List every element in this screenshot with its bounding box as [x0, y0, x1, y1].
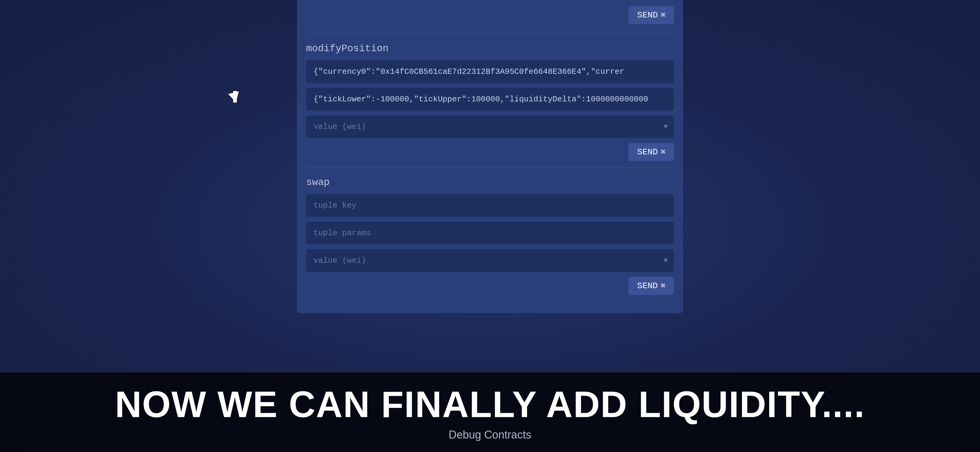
swap-label: swap [306, 177, 674, 188]
value-wei-modify-dropdown-icon: ▼ [664, 123, 668, 131]
value-wei-swap-wrapper: ▼ [306, 249, 674, 272]
swap-divider [306, 167, 674, 168]
modify-position-send-label: SEND [637, 147, 658, 157]
top-send-label: SEND [637, 10, 658, 20]
debug-label: Debug Contracts [449, 428, 531, 441]
modify-position-send-key-icon: ⌘ [661, 147, 665, 157]
modify-position-send-row: SEND ⌘ [306, 143, 674, 161]
value-wei-swap-dropdown-icon: ▼ [664, 257, 668, 265]
value-wei-modify-input[interactable] [306, 116, 674, 138]
swap-send-button[interactable]: SEND ⌘ [628, 277, 674, 295]
currency-input[interactable] [306, 60, 674, 83]
subtitle-text: NOW WE CAN FINALLY ADD LIQUIDITY.... [115, 383, 865, 425]
swap-section: swap ▼ SEND ⌘ [306, 177, 674, 295]
modify-position-send-button[interactable]: SEND ⌘ [628, 143, 674, 161]
main-panel: SEND ⌘ modifyPosition ▼ SEND ⌘ swap ▼ [297, 0, 683, 313]
modify-position-section: modifyPosition ▼ SEND ⌘ [306, 43, 674, 161]
tuple-params-input[interactable] [306, 222, 674, 244]
value-wei-modify-wrapper: ▼ [306, 116, 674, 138]
tick-input[interactable] [306, 88, 674, 111]
swap-send-key-icon: ⌘ [661, 281, 665, 290]
modify-position-label: modifyPosition [306, 43, 674, 54]
tuple-key-input[interactable] [306, 194, 674, 217]
swap-send-row: SEND ⌘ [306, 277, 674, 295]
top-send-key-icon: ⌘ [661, 11, 665, 20]
value-wei-swap-input[interactable] [306, 249, 674, 272]
top-send-row: SEND ⌘ [306, 6, 674, 24]
subtitle-bar: NOW WE CAN FINALLY ADD LIQUIDITY.... Deb… [0, 373, 980, 452]
top-divider [306, 33, 674, 34]
top-send-button[interactable]: SEND ⌘ [628, 6, 674, 24]
swap-send-label: SEND [637, 281, 658, 290]
